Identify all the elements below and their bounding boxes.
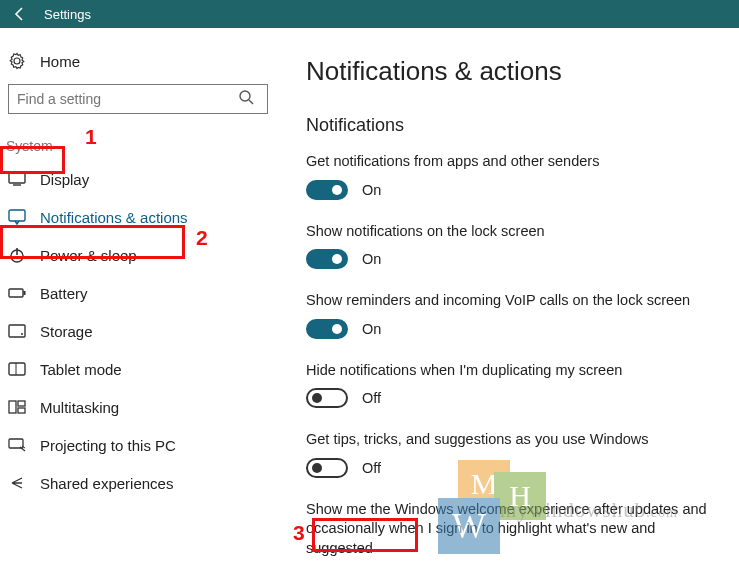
power-icon (8, 246, 26, 264)
setting-row: Hide notifications when I'm duplicating … (306, 361, 719, 409)
storage-icon (8, 322, 26, 340)
svg-point-0 (240, 91, 250, 101)
main-panel: Notifications & actions Notifications Ge… (270, 28, 739, 565)
svg-rect-2 (9, 173, 25, 183)
page-title: Notifications & actions (306, 56, 719, 87)
setting-row: Show me the Windows welcome experience a… (306, 500, 719, 565)
notification-icon (8, 208, 26, 226)
sidebar-item-display[interactable]: Display (4, 160, 266, 198)
section-title: Notifications (306, 115, 719, 136)
setting-label: Show notifications on the lock screen (306, 222, 719, 242)
back-icon[interactable] (8, 6, 32, 22)
svg-rect-7 (9, 289, 23, 297)
search-input[interactable] (8, 84, 268, 114)
window-title: Settings (44, 7, 91, 22)
multitask-icon (8, 398, 26, 416)
toggle-state-label: On (362, 251, 381, 267)
nav-label: Battery (40, 285, 88, 302)
setting-row: Get tips, tricks, and suggestions as you… (306, 430, 719, 478)
search-wrap (8, 84, 262, 114)
battery-icon (8, 284, 26, 302)
sidebar-item-projecting[interactable]: Projecting to this PC (4, 426, 266, 464)
sidebar-item-tablet[interactable]: Tablet mode (4, 350, 266, 388)
shared-icon (8, 474, 26, 492)
display-icon (8, 170, 26, 188)
toggle-state-label: Off (362, 460, 381, 476)
search-icon (238, 89, 254, 105)
toggle-switch[interactable] (306, 249, 348, 269)
sidebar-category: System (4, 132, 266, 160)
titlebar: Settings (0, 0, 739, 28)
toggle-state-label: On (362, 321, 381, 337)
setting-label: Get tips, tricks, and suggestions as you… (306, 430, 719, 450)
nav-label: Power & sleep (40, 247, 137, 264)
svg-line-1 (249, 100, 253, 104)
nav-label: Tablet mode (40, 361, 122, 378)
nav-label: Shared experiences (40, 475, 173, 492)
toggle-switch[interactable] (306, 388, 348, 408)
setting-row: Show notifications on the lock screenOn (306, 222, 719, 270)
svg-rect-13 (9, 401, 16, 413)
svg-rect-14 (18, 401, 25, 406)
sidebar-item-storage[interactable]: Storage (4, 312, 266, 350)
nav-label: Notifications & actions (40, 209, 188, 226)
setting-label: Show reminders and incoming VoIP calls o… (306, 291, 719, 311)
toggle-state-label: Off (362, 390, 381, 406)
setting-row: Get notifications from apps and other se… (306, 152, 719, 200)
sidebar-item-notifications[interactable]: Notifications & actions (4, 198, 266, 236)
svg-rect-15 (18, 408, 25, 413)
nav-label: Multitasking (40, 399, 119, 416)
sidebar-home[interactable]: Home (4, 46, 266, 84)
sidebar-item-shared[interactable]: Shared experiences (4, 464, 266, 502)
sidebar-item-power[interactable]: Power & sleep (4, 236, 266, 274)
setting-label: Show me the Windows welcome experience a… (306, 500, 719, 559)
svg-rect-9 (9, 325, 25, 337)
svg-point-10 (21, 333, 23, 335)
svg-rect-4 (9, 210, 25, 221)
setting-row: Show reminders and incoming VoIP calls o… (306, 291, 719, 339)
sidebar: Home System Display Notifications & acti… (0, 28, 270, 565)
gear-icon (8, 52, 26, 70)
nav-label: Display (40, 171, 89, 188)
nav-label: Storage (40, 323, 93, 340)
toggle-switch[interactable] (306, 319, 348, 339)
setting-label: Get notifications from apps and other se… (306, 152, 719, 172)
home-label: Home (40, 53, 80, 70)
sidebar-item-multitask[interactable]: Multitasking (4, 388, 266, 426)
svg-rect-16 (9, 439, 23, 448)
sidebar-item-battery[interactable]: Battery (4, 274, 266, 312)
svg-rect-8 (24, 291, 26, 295)
nav-label: Projecting to this PC (40, 437, 176, 454)
toggle-switch[interactable] (306, 180, 348, 200)
tablet-icon (8, 360, 26, 378)
toggle-state-label: On (362, 182, 381, 198)
projecting-icon (8, 436, 26, 454)
setting-label: Hide notifications when I'm duplicating … (306, 361, 719, 381)
toggle-switch[interactable] (306, 458, 348, 478)
svg-rect-11 (9, 363, 25, 375)
